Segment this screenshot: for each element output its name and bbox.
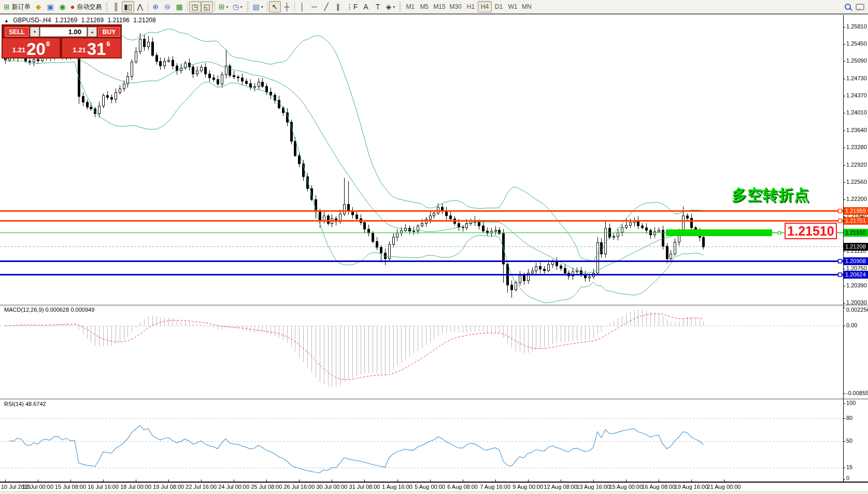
- sell-button[interactable]: SELL: [5, 27, 29, 37]
- fibonacci-tool-button[interactable]: ⋮F: [344, 1, 360, 12]
- date-axis-label: 12 Aug 08:00: [544, 484, 577, 490]
- shapes-tool-button[interactable]: ◈▾: [383, 1, 397, 12]
- chart-canvas[interactable]: [0, 0, 868, 494]
- timeframe-M5[interactable]: M5: [417, 1, 431, 12]
- timeframe-D1[interactable]: D1: [492, 1, 506, 12]
- status-strip: [0, 491, 868, 494]
- template-button[interactable]: ▤▾: [251, 1, 265, 12]
- date-axis-label: 9 Aug 00:00: [513, 484, 543, 490]
- date-axis-label: 18 Jul 00:00: [120, 484, 151, 490]
- price-line-label: 1.21751: [844, 217, 868, 225]
- vertical-line-tool-button[interactable]: │: [296, 1, 308, 12]
- price-axis-tick: 1.25090: [846, 57, 867, 64]
- new-order-button[interactable]: ⊞ 新订单: [2, 1, 33, 12]
- terminal-button[interactable]: ▣: [45, 1, 56, 12]
- date-axis-label: 30 Jul 00:00: [316, 484, 347, 490]
- timeframe-MN[interactable]: MN: [520, 1, 534, 12]
- symbol-name: GBPUSD-,H4: [13, 17, 51, 24]
- price-line-label: 1.20624: [844, 271, 868, 279]
- buy-price-main: 31: [87, 42, 106, 56]
- date-axis-label: 6 Aug 08:00: [447, 484, 478, 490]
- shapes-icon: ◈: [386, 3, 391, 11]
- rsi-axis-tick: 80: [846, 415, 852, 421]
- data-window-icon: ◳: [192, 3, 198, 11]
- toolbar-separator: [294, 2, 295, 12]
- timeframe-M30[interactable]: M30: [448, 1, 464, 12]
- macd-axis-tick: 0.002256: [846, 307, 868, 313]
- dropdown-icon: ▾: [240, 5, 243, 9]
- tile-windows-button[interactable]: ▦: [174, 1, 186, 12]
- price-axis-tick: 1.23640: [846, 127, 867, 133]
- dropdown-icon: ▾: [261, 5, 263, 9]
- rsi-axis-tick: 50: [846, 438, 852, 444]
- date-axis-label: 19 Aug 16:00: [675, 484, 708, 490]
- symbol-title[interactable]: ▲ GBPUSD-,H4 1.21269 1.21269 1.21196 1.2…: [4, 17, 158, 24]
- zoom-in-button[interactable]: ⊕: [150, 1, 162, 12]
- line-chart-button[interactable]: ⋀: [134, 1, 146, 12]
- bar-chart-button[interactable]: ║: [110, 1, 122, 12]
- auto-trading-button[interactable]: ● 自动交易: [68, 1, 104, 12]
- date-axis-label: 13 Aug 16:00: [576, 484, 610, 490]
- sell-price-pip: 8: [46, 38, 50, 48]
- timeframe-H4[interactable]: H4: [478, 1, 492, 12]
- crosshair-tool-button[interactable]: ┼: [281, 1, 293, 12]
- toolbar-grip: [247, 2, 249, 11]
- hat-icon: ◆: [36, 3, 41, 11]
- timeframe-M1[interactable]: M1: [403, 1, 417, 12]
- macd-axis-tick: -0.008553: [846, 390, 868, 396]
- toolbar-grip: [399, 2, 401, 11]
- date-axis-label: 31 Jul 08:00: [349, 484, 380, 490]
- volume-input[interactable]: [40, 27, 87, 37]
- crosshair-icon: ┼: [284, 3, 289, 11]
- dropdown-icon: ▾: [393, 5, 395, 9]
- line-chart-icon: ⋀: [137, 3, 143, 11]
- rsi-axis-tick: 15: [846, 464, 852, 470]
- price-axis-tick: 1.23280: [846, 144, 867, 150]
- volume-decrease-button[interactable]: ▾: [30, 27, 39, 37]
- date-axis-label: 22 Jul 16:00: [186, 484, 217, 490]
- zoom-out-button[interactable]: ⊖: [162, 1, 174, 12]
- timeframe-H1[interactable]: H1: [464, 1, 478, 12]
- buy-price-display[interactable]: 1.21 31 6: [62, 38, 121, 57]
- date-axis-label: 7 Aug 16:00: [480, 484, 510, 490]
- market-watch-button[interactable]: ◆: [33, 1, 45, 12]
- monitor-icon: ▣: [47, 3, 54, 11]
- turning-point-annotation[interactable]: 多空转折点: [732, 185, 809, 206]
- horizontal-line-tool-button[interactable]: ─: [308, 1, 320, 12]
- autotrade-icon: ●: [70, 3, 75, 11]
- price-axis-tick: 1.22920: [846, 162, 867, 168]
- zoom-out-icon: ⊖: [164, 3, 170, 11]
- data-window-button[interactable]: ◳: [189, 1, 201, 12]
- timeframe-M15[interactable]: M15: [431, 1, 447, 12]
- period-button[interactable]: ◷▾: [230, 1, 244, 12]
- ohlc-high: 1.21269: [81, 17, 104, 24]
- chat-button[interactable]: [853, 1, 866, 12]
- price-axis-tick: 1.22560: [846, 179, 867, 185]
- sell-price-display[interactable]: 1.21 20 8: [3, 38, 60, 57]
- signals-button[interactable]: ◉: [56, 1, 68, 12]
- price-callout-box[interactable]: 1.21510: [785, 223, 837, 239]
- date-axis-label: 12 Jul 00:00: [22, 484, 53, 490]
- timeframe-W1[interactable]: W1: [506, 1, 520, 12]
- price-line-label: 1.20908: [844, 257, 868, 265]
- zoom-in-icon: ⊕: [152, 3, 159, 11]
- date-axis-label: 5 Aug 00:00: [415, 484, 445, 490]
- label-tool-button[interactable]: T: [372, 1, 383, 12]
- add-indicator-button[interactable]: ⊞▾: [217, 1, 231, 12]
- navigator-button[interactable]: ◱: [201, 1, 213, 12]
- equidistant-channel-icon: ∥: [336, 3, 340, 11]
- search-button[interactable]: [842, 1, 853, 12]
- trendline-tool-button[interactable]: ╱: [320, 1, 332, 12]
- channel-tool-button[interactable]: ∥: [332, 1, 344, 12]
- label-tool-icon: T: [376, 3, 380, 11]
- candlestick-chart-button[interactable]: ▮▯: [122, 1, 134, 12]
- rsi-axis-tick: 0: [846, 475, 849, 481]
- cursor-tool-button[interactable]: ↖: [269, 1, 281, 12]
- buy-button[interactable]: BUY: [98, 27, 120, 37]
- price-line-label: 1.21510: [844, 229, 868, 237]
- auto-trading-label: 自动交易: [77, 3, 102, 11]
- template-icon: ▤: [253, 3, 260, 11]
- rsi-indicator-label: RSI(14) 48.6742: [4, 401, 46, 407]
- text-tool-button[interactable]: A: [360, 1, 372, 12]
- volume-increase-button[interactable]: ▴: [88, 27, 97, 37]
